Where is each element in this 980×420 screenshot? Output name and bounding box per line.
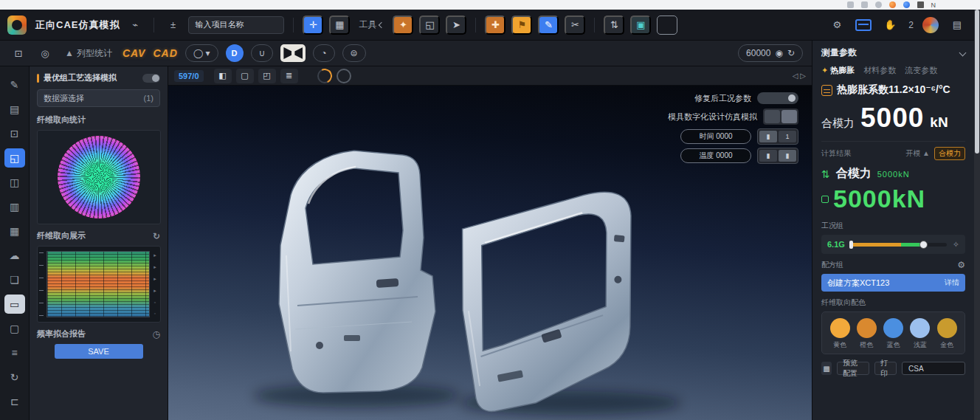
swatch-gold[interactable]: 金色 (934, 318, 960, 350)
temperature-toggle[interactable]: ▮▮ (757, 148, 798, 164)
rear-door-frame[interactable] (446, 180, 641, 420)
slider-thumb[interactable] (919, 241, 928, 249)
frame-select-button[interactable] (657, 16, 677, 35)
shade-view-button[interactable]: ◧ (214, 69, 232, 83)
extension-icon[interactable] (903, 1, 910, 8)
book-icon[interactable]: ▥ (4, 197, 25, 216)
front-door-panel[interactable] (279, 151, 435, 393)
tab-material-params[interactable]: 材料参数 (863, 65, 896, 76)
fiber-band-heatmap-chart[interactable]: ▸▸▸▸▫◦ (37, 246, 161, 323)
pin-icon[interactable]: ⌁ (125, 16, 145, 35)
orbit-tool-pill[interactable]: ◔ (313, 44, 334, 62)
clipboard-tool-button[interactable]: ▣ (630, 16, 651, 35)
tab-thermal-expansion[interactable]: ✦热膨胀 (821, 65, 855, 76)
condition-slider[interactable] (851, 243, 947, 247)
box-icon[interactable]: ▦ (4, 221, 25, 241)
snapshot-tool-pill[interactable]: ⊜ (342, 44, 366, 62)
wireframe-view-button[interactable]: ▢ (236, 69, 254, 83)
draw-icon[interactable]: ✎ (4, 75, 25, 94)
tools-dropdown[interactable]: 工具 (359, 18, 384, 31)
progress-ring-button[interactable] (317, 69, 332, 83)
list-icon[interactable]: ≡ (4, 343, 25, 362)
extension-icon[interactable] (875, 1, 882, 8)
columns-icon[interactable]: ◫ (4, 173, 25, 192)
overlay-switch-2[interactable] (763, 109, 798, 125)
rotate-icon[interactable]: ↻ (4, 368, 25, 387)
download-icon[interactable] (917, 1, 924, 8)
flag-tool-button[interactable]: ⚑ (511, 16, 532, 35)
mesh-tool-button[interactable]: ✦ (393, 16, 413, 35)
export-icon[interactable]: ⊡ (4, 124, 25, 143)
clamp-badge[interactable]: 合模力 (934, 147, 965, 160)
layers-view-button[interactable]: ≣ (280, 69, 298, 83)
notifications-icon[interactable]: ✋ (880, 16, 900, 35)
layers-icon[interactable]: ▤ (4, 100, 25, 119)
viewport-expand-button[interactable]: ◁ ▷ (793, 72, 806, 80)
extension-icon[interactable] (847, 1, 854, 8)
user-avatar[interactable] (922, 17, 939, 33)
select-tool-button[interactable]: ✛ (303, 16, 323, 35)
grid-tool-button[interactable]: ▦ (329, 16, 350, 35)
gear-icon[interactable]: ⚙ (957, 260, 965, 270)
folder-icon[interactable]: ▭ (4, 295, 25, 314)
edit-tool-button[interactable]: ✎ (538, 16, 559, 35)
overlay-toggle-1[interactable] (757, 92, 798, 104)
view-options-pill[interactable]: ◯ ▾ (185, 44, 218, 62)
browser-profile-icon[interactable] (889, 1, 896, 8)
layout-panel-icon[interactable] (855, 19, 872, 31)
swatch-orange[interactable]: 橙色 (853, 318, 880, 350)
grid-view-button[interactable]: ▩ (821, 362, 832, 375)
element-counter-pill[interactable]: 60000 ◉ ↻ (738, 44, 803, 62)
scrollbar[interactable] (974, 10, 980, 420)
swatch-blue[interactable]: 蓝色 (880, 318, 907, 350)
mold-open-label[interactable]: 开模 ▲ (905, 148, 930, 159)
cut-tool-button[interactable]: ✂ (565, 16, 585, 35)
panel-toggle[interactable] (142, 74, 160, 83)
preview-config-button[interactable]: 预览配置 (837, 362, 869, 375)
print-button[interactable]: 打印 (874, 362, 897, 375)
card-icon[interactable]: ▢ (4, 319, 25, 338)
swatch-lightblue[interactable]: 浅蓝 (907, 318, 934, 350)
extension-icon[interactable] (861, 1, 868, 8)
fiber-orientation-polar-chart[interactable] (37, 130, 161, 224)
project-name-input[interactable] (188, 16, 284, 34)
anchor-icon[interactable]: ± (163, 16, 182, 35)
extension-badge[interactable]: N (931, 1, 936, 9)
slider-more-icon[interactable]: ✧ (953, 240, 959, 249)
time-pill[interactable]: 时间 0000 (680, 129, 751, 144)
view-cube-button[interactable] (280, 44, 306, 62)
temperature-pill[interactable]: 温度 0000 (680, 148, 751, 163)
data-source-select[interactable]: 数据源选择 (1) (37, 89, 160, 107)
refresh-icon[interactable]: ↻ (153, 231, 160, 241)
recipe-detail-link[interactable]: 详情 (945, 278, 959, 288)
menu-icon[interactable]: ▤ (948, 16, 967, 35)
swatch-yellow[interactable]: 黄色 (827, 318, 853, 350)
gear-icon[interactable]: ⚙ (827, 16, 846, 35)
csa-input[interactable] (902, 362, 965, 375)
refresh-icon[interactable]: ↻ (787, 48, 795, 58)
eye-icon[interactable]: ◉ (775, 48, 782, 58)
time-toggle[interactable]: ▮1 (757, 128, 798, 145)
selected-recipe-row[interactable]: 创建方案XCT123 详情 (821, 274, 965, 292)
split-view-button[interactable]: ◰ (258, 69, 276, 83)
add-tool-button[interactable]: ✚ (485, 16, 505, 35)
stat-mode-button[interactable]: ▲ 列型统计 (65, 47, 112, 60)
frame-icon[interactable]: ❏ (4, 270, 25, 289)
save-button[interactable]: SAVE (55, 344, 143, 359)
tab-rheology-params[interactable]: 流变参数 (905, 65, 937, 76)
union-tool-pill[interactable]: ∪ (251, 44, 274, 62)
sort-tool-button[interactable]: ⇅ (604, 16, 624, 35)
step-circle-icon[interactable]: ◎ (35, 44, 55, 63)
chart-side-tools[interactable]: ▸▸▸▸▫◦ (151, 252, 159, 316)
bracket-icon[interactable]: ⊏ (4, 392, 25, 411)
run-tool-button[interactable]: ➤ (446, 16, 466, 35)
orbit-ring-button[interactable] (337, 69, 351, 83)
comment-tool-button[interactable]: ◱ (419, 16, 440, 35)
display-mode-button[interactable]: D (226, 44, 244, 62)
cloud-icon[interactable]: ☁ (4, 246, 25, 265)
section-icon[interactable]: ◱ (4, 148, 25, 168)
scrollbar-thumb[interactable] (975, 10, 979, 154)
chevron-down-icon[interactable] (959, 49, 967, 57)
clock-icon[interactable]: ◷ (153, 329, 160, 340)
device-icon[interactable]: ⊡ (9, 44, 28, 63)
